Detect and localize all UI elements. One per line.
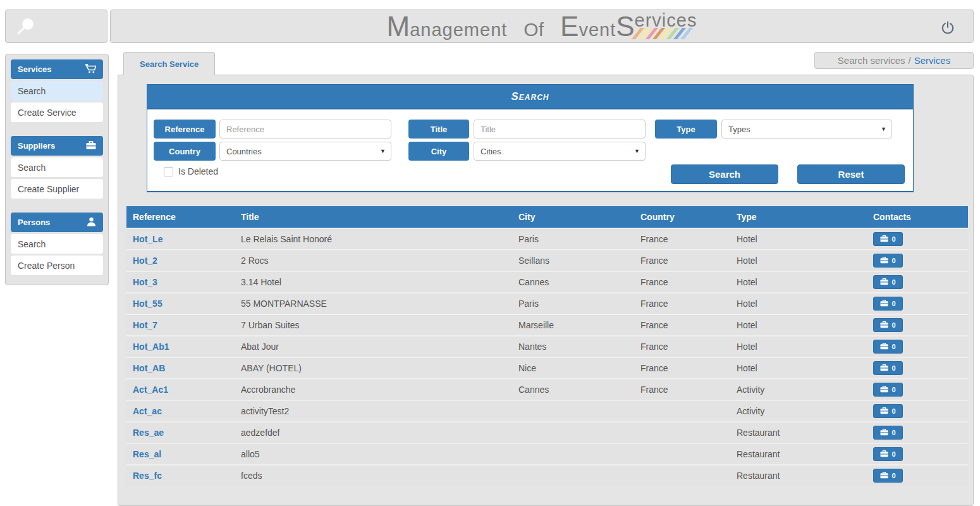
- contacts-button[interactable]: 0: [873, 340, 903, 354]
- contacts-button[interactable]: 0: [873, 426, 903, 440]
- sidebar-item-services-search[interactable]: Search: [11, 81, 103, 101]
- search-button[interactable]: Search: [671, 164, 778, 184]
- sidebar-header-suppliers[interactable]: Suppliers: [11, 136, 103, 156]
- sidebar-group-services: Services Search Create Service: [11, 59, 103, 122]
- reference-link[interactable]: Hot_2: [133, 256, 157, 266]
- sidebar-header-services[interactable]: Services: [11, 59, 103, 79]
- countries-select[interactable]: Countries: [219, 142, 391, 161]
- contacts-button[interactable]: 0: [873, 318, 903, 332]
- contacts-count: 0: [891, 278, 895, 286]
- sidebar-item-create-service[interactable]: Create Service: [11, 102, 103, 122]
- cell-type: Restaurant: [730, 428, 867, 438]
- briefcase-icon: [880, 321, 888, 330]
- breadcrumb-separator: /: [909, 55, 911, 66]
- types-select[interactable]: Types: [721, 120, 892, 139]
- cell-title: Le Relais Saint Honoré: [235, 234, 512, 244]
- reference-link[interactable]: Hot_Ab1: [133, 342, 169, 352]
- reference-link[interactable]: Res_ae: [133, 428, 164, 438]
- reference-label-button[interactable]: Reference: [154, 120, 216, 139]
- briefcase-icon: [880, 450, 888, 459]
- sidebar-group-persons: Persons Search Create Person: [11, 213, 103, 275]
- reference-input[interactable]: [219, 120, 391, 139]
- is-deleted-checkbox[interactable]: [164, 167, 173, 176]
- contacts-button[interactable]: 0: [873, 383, 903, 397]
- cell-type: Hotel: [730, 256, 867, 266]
- briefcase-icon: [880, 299, 888, 308]
- cell-title: aedzefdef: [235, 428, 512, 438]
- briefcase-icon: [880, 256, 888, 265]
- cell-type: Hotel: [730, 299, 867, 309]
- cell-title: Accrobranche: [235, 385, 512, 395]
- cell-city: Paris: [512, 234, 634, 244]
- table-row: Act_ac activityTest2 Activity 0: [126, 400, 968, 421]
- contacts-button[interactable]: 0: [873, 447, 903, 461]
- app-root: Management Of EventS ervices Services: [0, 0, 980, 506]
- reference-link[interactable]: Hot_7: [133, 320, 157, 330]
- contacts-count: 0: [891, 450, 895, 458]
- cell-city: Nantes: [512, 342, 634, 352]
- reference-link[interactable]: Act_Ac1: [133, 385, 168, 395]
- results-table: Reference Title City Country Type Contac…: [126, 206, 968, 486]
- contacts-count: 0: [891, 364, 895, 372]
- contacts-button[interactable]: 0: [873, 404, 903, 418]
- briefcase-icon: [880, 471, 888, 480]
- cell-type: Activity: [730, 385, 867, 395]
- cell-title: 2 Rocs: [235, 256, 512, 266]
- app-header: Management Of EventS ervices: [110, 9, 974, 43]
- reference-link[interactable]: Res_fc: [133, 471, 162, 481]
- cell-type: Hotel: [730, 342, 867, 352]
- search-panel: Search Reference Title Type Types ▼ Coun…: [147, 84, 914, 192]
- cell-city: Seillans: [512, 256, 634, 266]
- logo-text: M: [387, 13, 410, 40]
- title-label-button[interactable]: Title: [408, 120, 469, 139]
- contacts-button[interactable]: 0: [873, 275, 903, 289]
- cell-city: Nice: [512, 363, 634, 373]
- sidebar-item-persons-search[interactable]: Search: [11, 234, 103, 254]
- power-button[interactable]: [939, 19, 957, 37]
- app-logo: Management Of EventS ervices: [387, 13, 697, 40]
- col-header-city: City: [512, 212, 634, 222]
- sidebar-item-create-person[interactable]: Create Person: [11, 256, 103, 275]
- contacts-count: 0: [891, 235, 895, 243]
- col-header-contacts: Contacts: [867, 212, 968, 222]
- city-label-button[interactable]: City: [408, 142, 469, 161]
- reference-link[interactable]: Hot_3: [133, 277, 157, 287]
- cell-country: France: [634, 277, 730, 287]
- cell-type: Hotel: [730, 234, 867, 244]
- contacts-count: 0: [891, 300, 895, 307]
- sidebar-item-suppliers-search[interactable]: Search: [11, 157, 103, 177]
- reference-link[interactable]: Res_al: [133, 449, 161, 459]
- contacts-button[interactable]: 0: [873, 254, 903, 268]
- cell-type: Restaurant: [730, 449, 867, 459]
- reference-link[interactable]: Act_ac: [133, 406, 162, 416]
- contacts-button[interactable]: 0: [873, 469, 903, 483]
- header-search-box[interactable]: [5, 9, 107, 43]
- cities-select[interactable]: Cities: [474, 142, 646, 161]
- contacts-count: 0: [891, 407, 895, 415]
- contacts-button[interactable]: 0: [873, 297, 903, 311]
- sidebar-item-create-supplier[interactable]: Create Supplier: [11, 179, 103, 199]
- cell-country: France: [634, 234, 730, 244]
- breadcrumb-current: Search services: [838, 55, 905, 66]
- contacts-button[interactable]: 0: [873, 232, 903, 246]
- cell-type: Activity: [730, 406, 867, 416]
- breadcrumb-link-services[interactable]: Services: [914, 55, 951, 66]
- contacts-count: 0: [891, 257, 895, 264]
- reference-link[interactable]: Hot_55: [133, 299, 162, 309]
- contacts-count: 0: [891, 386, 895, 393]
- tab-search-service[interactable]: Search Service: [123, 52, 215, 75]
- reset-button[interactable]: Reset: [797, 164, 905, 184]
- sidebar-header-persons[interactable]: Persons: [11, 213, 103, 232]
- cell-title: allo5: [235, 449, 512, 459]
- power-icon: [940, 20, 955, 35]
- contacts-button[interactable]: 0: [873, 361, 903, 375]
- reference-link[interactable]: Hot_Le: [133, 234, 162, 244]
- briefcase-icon: [880, 385, 888, 394]
- table-row: Hot_Le Le Relais Saint Honoré Paris Fran…: [126, 228, 968, 249]
- type-label-button[interactable]: Type: [655, 120, 717, 139]
- reference-link[interactable]: Hot_AB: [133, 363, 165, 373]
- briefcase-icon: [880, 235, 888, 244]
- country-label-button[interactable]: Country: [154, 142, 216, 161]
- title-input[interactable]: [474, 120, 646, 139]
- cell-country: France: [634, 342, 730, 352]
